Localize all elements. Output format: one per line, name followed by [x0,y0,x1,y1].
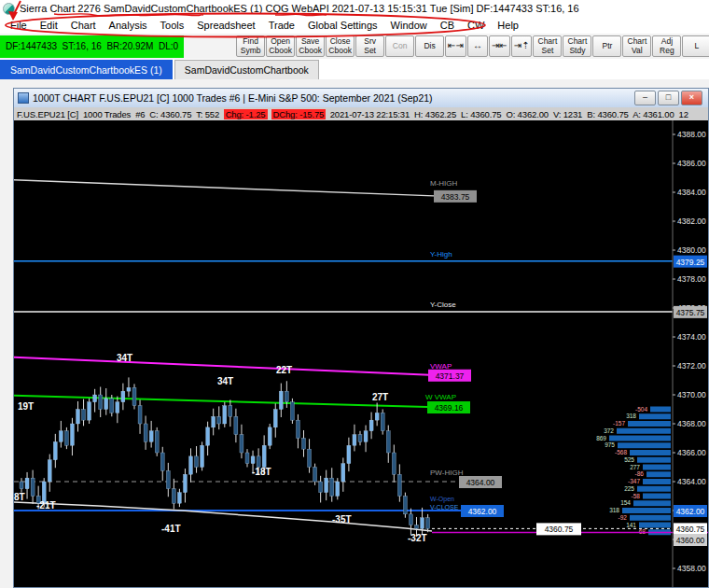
tick-label: 4366.00 [677,448,706,457]
menu-trade[interactable]: Trade [262,19,301,32]
chart-body[interactable]: -504318-157372869975-568525277-86-347225… [14,120,708,587]
bar-spacing-decrease-icon-button[interactable]: ⇤⇥ [445,35,466,57]
restore-button[interactable]: □ [658,91,679,105]
volume-profile-label: -92 [619,514,628,521]
l-button[interactable]: L [682,35,709,57]
close-chartbook-button[interactable]: CloseCbook [326,35,354,57]
control-bar: DF:1447433 ST:16, 16 BR:20.92M DL:0 Find… [0,34,709,60]
tick-label: 4386.00 [677,159,706,168]
scale-value-text: 4379.25 [676,258,705,267]
candle-body [121,391,125,402]
candle-body [104,399,108,410]
tab-samdavidcustomchartbook-es[interactable]: SamDavidCustomChartbookES (1) [0,60,173,79]
chart-canvas[interactable]: -504318-157372869975-568525277-86-347225… [14,120,708,588]
candle-body [25,478,29,489]
volume-profile-label: -58 [632,493,641,499]
candle-body [415,525,419,529]
scroll-left-icon-button[interactable]: ⇥⇤ [489,35,510,57]
candle-body [160,453,164,470]
chart-window-titlebar[interactable]: 1000T CHART F.US.EPU21 [C] 1000 Trades #… [14,89,708,107]
chart-settings-button[interactable]: ChartSet [533,35,562,57]
menu-spreadsheet[interactable]: Spreadsheet [190,19,261,32]
candle-body [31,478,35,496]
candle-body [341,464,345,482]
button-label: Chart [538,37,558,46]
volume-profile-label: 318 [626,413,636,419]
volume-profile-bar [643,494,671,499]
candle-body [144,424,147,441]
tick-label: 4380.00 [677,245,706,255]
menu-tools[interactable]: Tools [154,19,191,32]
candle-body [375,413,379,420]
tick-label: 4368.00 [677,419,706,428]
button-label: Srv [364,37,376,46]
menu-cb[interactable]: CB [434,19,461,32]
candle-body [308,449,312,467]
candle-body [48,460,51,482]
candle-body [245,453,249,464]
candle-body [177,493,181,504]
chart-studies-button[interactable]: ChartStdy [563,35,591,57]
bar-spacing-increase-icon-button[interactable]: ↔ [467,35,488,57]
level-label-w-open: W-Open [430,496,454,503]
open-chartbook-button[interactable]: OpenCbook [266,35,295,57]
scale-value-text: 4362.00 [676,507,705,516]
volume-profile-bar [643,479,671,484]
button-label: Ptr [602,42,612,50]
tick-label: 4364.00 [677,477,706,486]
menu-global-settings[interactable]: Global Settings [301,19,384,32]
candle-body [403,497,407,514]
adjust-region-button[interactable]: AdjReg [652,35,681,57]
save-chartbook-button[interactable]: SaveCbook [296,35,325,57]
chart-values-button[interactable]: ChartVal [622,35,651,57]
menu-cw[interactable]: CW [461,19,491,32]
minimize-button[interactable]: – [634,91,656,105]
candle-body [82,410,86,421]
level-value-text: 4364.00 [466,478,495,487]
swing-label: 22T [276,365,292,375]
connect-button[interactable]: Con [385,35,414,57]
level-value-text: 4362.00 [468,507,497,516]
candle-body [116,402,119,413]
button-label: Chart [628,37,647,46]
app-titlebar[interactable]: Sierra Chart 2276 SamDavidCustomChartboo… [0,0,709,17]
button-label: L [695,42,700,50]
candle-body [99,395,103,410]
button-label: Set [364,47,376,55]
disconnect-button[interactable]: Dis [415,35,444,57]
candle-body [20,482,23,489]
candle-body [240,435,243,453]
level-label-w vwap: W VWAP [425,393,456,401]
swing-label: -21T [36,500,56,511]
server-settings-button[interactable]: SrvSet [355,35,384,57]
level-label-pw-high: PW-HIGH [430,469,464,477]
candle-body [347,445,351,463]
find-symbol-button[interactable]: FindSymb [236,35,265,57]
volume-profile-bar [639,413,671,419]
close-button[interactable]: × [681,91,702,105]
button-label: Reg [660,47,674,55]
candle-body [262,445,266,467]
tab-samdavidcustomchartbook[interactable]: SamDavidCustomChartbook [174,60,319,79]
level-label-y-close: Y-Close [430,301,456,309]
volume-profile-label: 975 [605,441,615,448]
candle-body [166,470,170,488]
chart-window-title: 1000T CHART F.US.EPU21 [C] 1000 Trades #… [33,92,433,104]
volume-profile-bar [633,500,671,506]
menu-help[interactable]: Help [491,19,525,32]
chart-window[interactable]: 1000T CHART F.US.EPU21 [C] 1000 Trades #… [13,88,709,588]
candle-body [155,431,159,453]
menu-file[interactable]: File [4,19,34,32]
scroll-to-end-icon-button[interactable]: ⇥⇡ [511,35,533,57]
candle-body [426,518,430,529]
menu-edit[interactable]: Edit [34,19,64,32]
chart-icon [18,92,29,104]
window-controls: – □ × [634,91,708,105]
menu-chart[interactable]: Chart [64,19,103,32]
menu-analysis[interactable]: Analysis [103,19,154,32]
mdi-area: 1000T CHART F.US.EPU21 [C] 1000 Trades #… [0,79,709,588]
volume-profile-label: -157 [613,420,625,427]
volume-profile-label: -347 [628,478,640,484]
pointer-button[interactable]: Ptr [592,35,621,57]
menu-window[interactable]: Window [384,19,434,32]
